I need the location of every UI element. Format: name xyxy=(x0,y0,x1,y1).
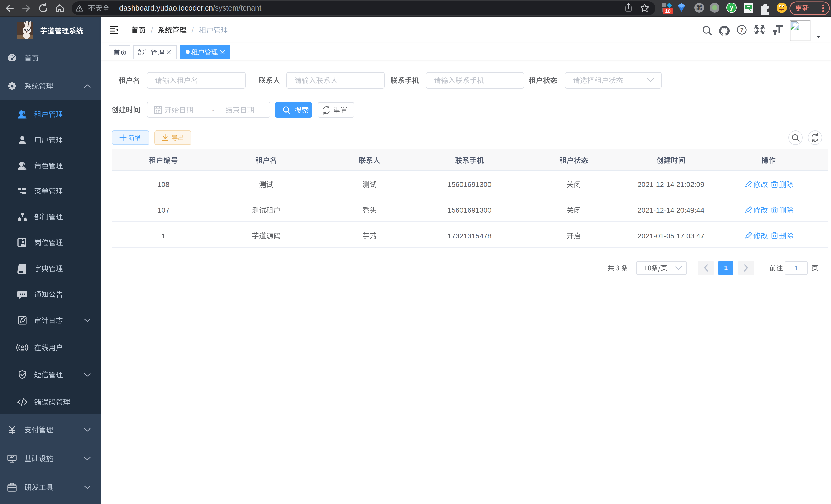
svg-text:/: / xyxy=(192,26,194,34)
svg-text:⌘: ⌘ xyxy=(696,4,703,11)
svg-text:15601691300: 15601691300 xyxy=(447,181,491,188)
svg-text:1: 1 xyxy=(794,264,798,272)
svg-text:2021-01-05 17:03:47: 2021-01-05 17:03:47 xyxy=(637,232,704,240)
svg-text:1: 1 xyxy=(161,232,166,240)
svg-text:108: 108 xyxy=(157,181,170,188)
svg-text:dashboard.yudao.iocoder.cn/sys: dashboard.yudao.iocoder.cn/system/tenant xyxy=(119,4,261,12)
svg-text:/: / xyxy=(151,26,153,34)
svg-text:15601691300: 15601691300 xyxy=(447,206,491,214)
svg-text:?: ? xyxy=(740,26,744,33)
svg-text:-: - xyxy=(212,106,214,114)
svg-text:10: 10 xyxy=(665,8,671,14)
svg-text:1: 1 xyxy=(724,264,728,272)
svg-text:2021-12-14 21:02:09: 2021-12-14 21:02:09 xyxy=(637,181,704,188)
svg-text:107: 107 xyxy=(157,206,170,214)
svg-text:2021-12-14 20:49:44: 2021-12-14 20:49:44 xyxy=(637,206,704,214)
svg-text:y: y xyxy=(730,3,734,11)
svg-text:17321315478: 17321315478 xyxy=(447,232,491,240)
